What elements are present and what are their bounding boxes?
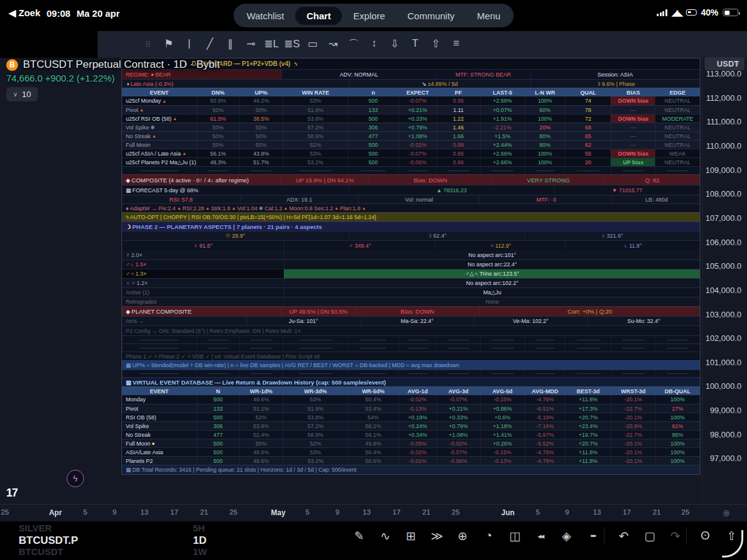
empty-cell bbox=[480, 167, 525, 174]
cell: -0.15% bbox=[480, 395, 525, 404]
alert-clock-icon[interactable]: ◔ bbox=[478, 526, 499, 545]
price-label: 113,000.0 bbox=[706, 69, 741, 78]
stats-row: RSI: 57.8ADX: 19.1Vol: normalMTF: -3LB: … bbox=[122, 195, 700, 203]
cell: 51.1% bbox=[239, 404, 283, 413]
cursor-flag-tool[interactable]: ⚑ bbox=[159, 37, 179, 52]
cell: -0.07% bbox=[436, 395, 480, 404]
nav-tab-community[interactable]: Community bbox=[396, 7, 466, 25]
chart-type-candles-icon[interactable]: ◫ bbox=[504, 526, 525, 545]
layout-grid-icon[interactable]: ⊞ bbox=[400, 526, 421, 545]
watchlist-symbol-silver[interactable]: SILVER5H bbox=[19, 523, 205, 533]
tradingview-logo[interactable]: 17 bbox=[6, 487, 17, 500]
time-scale[interactable]: ◎ 25Apr5913172125May5913172125Jun5913172… bbox=[0, 504, 747, 521]
nav-tab-chart[interactable]: Chart bbox=[295, 7, 342, 25]
parallel-channel-tool[interactable]: ∥ bbox=[220, 37, 241, 52]
aspect-row: Active (1)Ma△Ju bbox=[122, 287, 700, 297]
cell: 50% bbox=[197, 106, 239, 114]
indicators-icon[interactable]: ∿ bbox=[375, 526, 396, 545]
cellular-signal-icon bbox=[657, 9, 667, 16]
vertical-line-tool[interactable]: | bbox=[179, 37, 200, 52]
empty-cell bbox=[480, 344, 525, 352]
planet-composite-row: ◆ PLANET COMPOSITEUP 49.5% | DN 50.5%Bia… bbox=[122, 306, 700, 316]
more-dots-icon[interactable]: ••• bbox=[582, 526, 603, 545]
symbol-title[interactable]: BTCUSDT Perpetual Contract · 1D · Bybit bbox=[23, 58, 220, 71]
curve-tool[interactable]: ⌒ bbox=[344, 37, 364, 52]
polyline-tool[interactable]: ↝ bbox=[323, 37, 344, 52]
undo-icon[interactable]: ↶ bbox=[613, 526, 634, 545]
vdb-table-header: EVENTNWR-1d%WR-3d%WR-5d%AVG-1dAVG-3dAVG-… bbox=[122, 386, 700, 395]
focus-bed-icon bbox=[686, 9, 697, 16]
watchlist-symbol-btcusdt[interactable]: BTCUSDT1W bbox=[19, 546, 207, 557]
object-tree-icon[interactable]: ◈ bbox=[556, 526, 577, 545]
chart-area[interactable]: B BTCUSDT Perpetual Contract · 1D · Bybi… bbox=[0, 58, 747, 504]
cell: RSI OB (58) bbox=[122, 413, 197, 421]
cell: -0.07% bbox=[398, 96, 436, 105]
arrow-up-tool[interactable]: ⇧ bbox=[426, 37, 446, 52]
price-range-tool[interactable]: ↕ bbox=[364, 37, 385, 52]
multi-line-tool[interactable]: ≡ bbox=[446, 37, 467, 52]
add-circle-icon[interactable]: ⊕ bbox=[452, 526, 473, 545]
cell: 50% bbox=[239, 439, 283, 447]
empty-cell bbox=[197, 167, 239, 174]
currency-toggle-button[interactable]: USDT∨ bbox=[705, 57, 745, 70]
price-scale[interactable]: USDT∨ 113,000.0112,000.0111,000.0110,000… bbox=[702, 58, 747, 504]
idea-plus-icon[interactable]: ʘ bbox=[695, 526, 716, 545]
cell: +20.7% bbox=[565, 439, 611, 447]
horizontal-line-tool[interactable]: ⊸ bbox=[241, 37, 261, 52]
cell: Su-Mo: 32.4° bbox=[587, 317, 700, 325]
time-label: Jun bbox=[501, 508, 514, 517]
empty-cell bbox=[283, 167, 347, 174]
cell: LB: 480d bbox=[613, 195, 700, 203]
replay-icon[interactable]: ◂◂ bbox=[530, 526, 551, 545]
battery-percent: 40% bbox=[701, 7, 718, 17]
full-moon-icon: ● bbox=[152, 441, 155, 447]
text-tool[interactable]: T bbox=[405, 37, 426, 52]
cell: 61.5% bbox=[197, 114, 239, 123]
nav-tab-watchlist[interactable]: Watchlist bbox=[235, 7, 295, 25]
empty-cell bbox=[611, 370, 655, 377]
fullscreen-icon[interactable]: ▢ bbox=[639, 526, 660, 545]
compare-icon[interactable]: ≫ bbox=[426, 526, 448, 545]
back-to-app-icon[interactable]: ◀ Zoek bbox=[9, 7, 40, 19]
nav-tab-menu[interactable]: Menu bbox=[466, 7, 512, 25]
nav-tab-explore[interactable]: Explore bbox=[342, 7, 397, 25]
cell: 53.9% bbox=[239, 422, 283, 430]
redo-icon[interactable]: ↷ bbox=[665, 526, 686, 545]
cell: 50% bbox=[197, 123, 239, 131]
empty-cell bbox=[611, 336, 655, 343]
empty-cell bbox=[347, 370, 398, 377]
arrow-down-tool[interactable]: ⇩ bbox=[385, 37, 405, 52]
cell: 100% bbox=[655, 413, 700, 421]
cell: 50% bbox=[239, 106, 283, 114]
toolbar-drag-handle[interactable]: ⠿ bbox=[145, 40, 150, 49]
cell: 100% bbox=[525, 149, 565, 157]
cell: -4.76% bbox=[525, 448, 565, 456]
draw-icon[interactable]: ✎ bbox=[349, 526, 370, 545]
watchlist-symbol-btcusdt.p[interactable]: BTCUSDT.P1D bbox=[19, 534, 207, 547]
empty-cell bbox=[565, 336, 611, 343]
cell: — bbox=[611, 123, 655, 131]
rectangle-tool[interactable]: ▭ bbox=[303, 37, 323, 52]
empty-cell bbox=[239, 344, 283, 352]
cell: -0.13% bbox=[398, 404, 436, 413]
cell: -0.07% bbox=[436, 448, 480, 456]
cell: — bbox=[611, 106, 655, 114]
goto-date-icon[interactable]: ◎ bbox=[723, 508, 730, 517]
time-label: 25 bbox=[1, 508, 9, 516]
cell: -0.15% bbox=[480, 448, 525, 456]
cell: 50% bbox=[239, 123, 283, 131]
long-position-tool[interactable]: ≣L bbox=[261, 37, 282, 52]
cell: +1.08% bbox=[436, 431, 480, 439]
time-label: 5 bbox=[83, 508, 87, 516]
planet-positions-row-1: ☉ 29.9°☽ 62.4°♆ 321.6° bbox=[122, 231, 700, 240]
cell: AVG-MDD bbox=[525, 387, 565, 395]
cell: +0.33% bbox=[398, 114, 436, 123]
short-position-tool[interactable]: ≣S bbox=[282, 37, 303, 52]
collapse-indicators-button[interactable]: ∨ 10 bbox=[6, 87, 38, 101]
cell: ♂ 349.4° bbox=[284, 241, 435, 250]
table-row: Planets P250049.6%53.2%50.6%-0.02%-0.06%… bbox=[122, 456, 700, 465]
cell: 20 bbox=[565, 158, 611, 166]
time-label: 17 bbox=[623, 508, 631, 516]
empty-cell bbox=[565, 344, 611, 352]
trend-line-tool[interactable]: ╱ bbox=[200, 37, 220, 52]
